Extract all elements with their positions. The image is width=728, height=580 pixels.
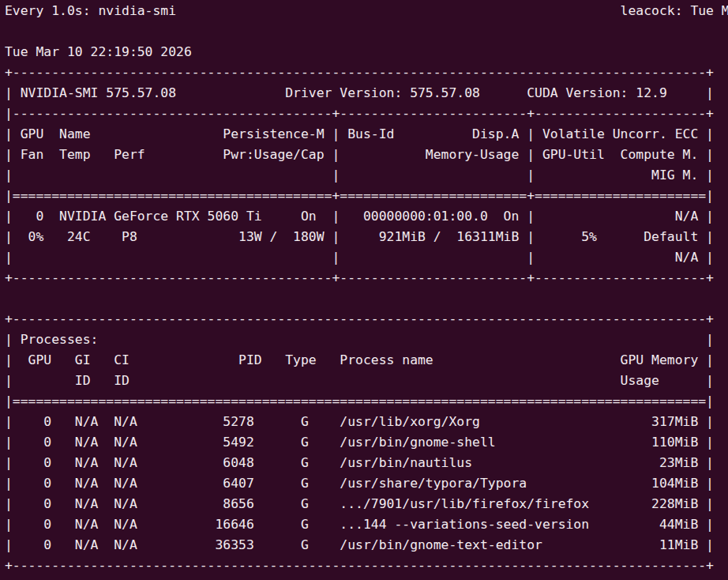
process-table-header-row-2: | ID ID Usage | bbox=[5, 371, 728, 391]
process-table-row: | 0 N/A N/A 5278 G /usr/lib/xorg/Xorg 31… bbox=[5, 412, 728, 432]
process-table-header-separator: |=======================================… bbox=[5, 391, 728, 412]
process-table-title-row: | Processes: | bbox=[5, 330, 728, 350]
gpu-table-header-separator: |=======================================… bbox=[5, 186, 728, 206]
process-table-row: | 0 N/A N/A 16646 G ...144 --variations-… bbox=[5, 514, 728, 535]
gpu-table-data-row-1: | 0 NVIDIA GeForce RTX 5060 Ti On | 0000… bbox=[5, 206, 728, 227]
process-table-header-row-1: | GPU GI CI PID Type Process name GPU Me… bbox=[5, 350, 728, 371]
gpu-table-header-row-1: | GPU Name Persistence-M | Bus-Id Disp.A… bbox=[5, 124, 728, 145]
process-table-row: | 0 N/A N/A 36353 G /usr/bin/gnome-text-… bbox=[5, 535, 728, 556]
gpu-table-header-row-2: | Fan Temp Perf Pwr:Usage/Cap | Memory-U… bbox=[5, 145, 728, 165]
process-table-row: | 0 N/A N/A 8656 G .../7901/usr/lib/fire… bbox=[5, 494, 728, 514]
watch-header-line: Every 1.0s: nvidia-smi leacock: Tue M bbox=[5, 1, 728, 21]
blank-line bbox=[5, 288, 728, 309]
process-table-row: | 0 N/A N/A 5492 G /usr/bin/gnome-shell … bbox=[5, 432, 728, 453]
gpu-table-data-row-3: | | | N/A | bbox=[5, 247, 728, 268]
terminal-screen[interactable]: Every 1.0s: nvidia-smi leacock: Tue M Tu… bbox=[0, 0, 728, 580]
process-table-top-border: +---------------------------------------… bbox=[5, 309, 728, 330]
process-table-row: | 0 N/A N/A 6048 G /usr/bin/nautilus 23M… bbox=[5, 453, 728, 473]
gpu-table-version-row: | NVIDIA-SMI 575.57.08 Driver Version: 5… bbox=[5, 83, 728, 104]
process-table-bottom-border: +---------------------------------------… bbox=[5, 556, 728, 576]
gpu-table-header-row-3: | | | MIG M. | bbox=[5, 165, 728, 186]
gpu-table-bottom-border: +---------------------------------------… bbox=[5, 268, 728, 288]
timestamp-line: Tue Mar 10 22:19:50 2026 bbox=[5, 42, 728, 62]
process-table-row: | 0 N/A N/A 6407 G /usr/share/typora/Typ… bbox=[5, 473, 728, 494]
gpu-table-top-border: +---------------------------------------… bbox=[5, 62, 728, 83]
gpu-table-data-row-2: | 0% 24C P8 13W / 180W | 921MiB / 16311M… bbox=[5, 227, 728, 247]
gpu-table-separator: |---------------------------------------… bbox=[5, 104, 728, 124]
blank-line bbox=[5, 21, 728, 42]
